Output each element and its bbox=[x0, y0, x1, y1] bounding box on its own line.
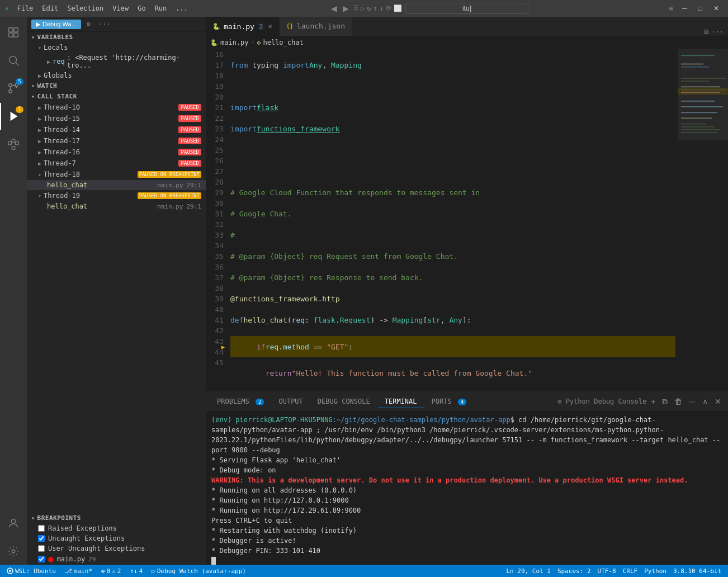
breadcrumb-file[interactable]: main.py bbox=[220, 39, 249, 46]
bp-raised-exceptions[interactable]: Raised Exceptions bbox=[27, 523, 206, 533]
debug-more-icon[interactable]: ··· bbox=[96, 19, 113, 29]
terminal-content[interactable]: (env) pierrick@LAPTOP-HKU5PNNG:~/git/goo… bbox=[206, 412, 728, 565]
status-python-version[interactable]: 3.8.10 64-bit bbox=[671, 567, 724, 575]
tab-output[interactable]: OUTPUT bbox=[272, 395, 309, 408]
terminal-line-4: WARNING: This is a development server. D… bbox=[211, 475, 722, 485]
breadcrumb-fn[interactable]: hello_chat bbox=[263, 39, 303, 46]
panel-kill[interactable]: 🗑 bbox=[672, 396, 684, 407]
watch-triangle: ▾ bbox=[31, 83, 35, 89]
code-line-21 bbox=[230, 166, 675, 177]
bp-main-py[interactable]: ● main.py 29 bbox=[27, 554, 206, 565]
bp-user-uncaught-checkbox[interactable] bbox=[38, 545, 45, 552]
globals-item[interactable]: ▶ Globals bbox=[27, 70, 206, 81]
menu-view[interactable]: View bbox=[109, 3, 132, 13]
panel-close[interactable]: ✕ bbox=[712, 396, 724, 407]
tab-problems[interactable]: PROBLEMS 2 bbox=[210, 395, 271, 408]
thread-19-frame-1[interactable]: hello_chat main.py 29:1 bbox=[27, 201, 206, 211]
status-encoding-label: UTF-8 bbox=[598, 567, 616, 575]
panel-split[interactable]: ⧉ bbox=[660, 396, 670, 408]
editor-split-icon[interactable]: ⧉ bbox=[704, 28, 709, 36]
forward-button[interactable]: ▶ bbox=[342, 3, 350, 14]
branch-icon: ⎇ bbox=[65, 567, 72, 575]
thread-16[interactable]: ▶ Thread-16 PAUSED bbox=[27, 146, 206, 158]
layout-icon[interactable]: ⊞ bbox=[667, 2, 675, 15]
status-sync[interactable]: ↑↓ 4 bbox=[127, 567, 145, 575]
variables-header[interactable]: ▾ Variables bbox=[27, 32, 206, 42]
tab-debug-console[interactable]: DEBUG CONSOLE bbox=[311, 395, 377, 408]
bp-main-py-checkbox[interactable] bbox=[38, 556, 45, 562]
status-spaces[interactable]: Spaces: 2 bbox=[555, 567, 593, 575]
menu-more[interactable]: ... bbox=[172, 3, 191, 13]
locals-item[interactable]: ▾ Locals bbox=[27, 42, 206, 53]
req-variable[interactable]: ▶ req : <Request 'http://charming-tro... bbox=[27, 53, 206, 70]
menu-file[interactable]: File bbox=[13, 3, 36, 13]
thread-18-name: Thread-18 bbox=[44, 171, 80, 178]
activity-accounts[interactable] bbox=[0, 510, 27, 537]
call-stack-label: Call Stack bbox=[37, 93, 77, 100]
editor-more-icon[interactable]: ··· bbox=[711, 28, 724, 36]
svg-rect-10 bbox=[13, 114, 15, 118]
menu-selection[interactable]: Selection bbox=[64, 3, 107, 13]
thread-10[interactable]: ▶ Thread-10 PAUSED bbox=[27, 102, 206, 113]
code-editor[interactable]: 16 17 18 19 20 21 22 23 24 25 26 27 28 2… bbox=[206, 49, 678, 391]
status-debug[interactable]: ▷ Debug Watch (avatar-app) bbox=[149, 567, 248, 575]
status-eol[interactable]: CRLF bbox=[621, 567, 640, 575]
status-eol-label: CRLF bbox=[623, 567, 638, 575]
status-cursor[interactable]: Ln 29, Col 1 bbox=[504, 567, 552, 575]
thread-19[interactable]: ▾ Thread-19 PAUSED ON BREAKPOINT bbox=[27, 190, 206, 201]
menu-run[interactable]: Run bbox=[152, 3, 171, 13]
sync-icon: ↑↓ bbox=[130, 567, 137, 575]
breakpoints-header[interactable]: ▾ Breakpoints bbox=[27, 513, 206, 523]
watch-header[interactable]: ▾ Watch bbox=[27, 81, 206, 91]
thread-18-frame-1[interactable]: hello_chat main.py 29:1 bbox=[27, 180, 206, 190]
menu-go[interactable]: Go bbox=[134, 3, 149, 13]
tab-launch-json[interactable]: {} launch.json bbox=[280, 17, 352, 36]
tab-main-py[interactable]: 🐍 main.py 2 ✕ bbox=[206, 17, 280, 36]
bp-user-uncaught-exceptions[interactable]: User Uncaught Exceptions bbox=[27, 543, 206, 554]
activity-source-control[interactable]: 5 bbox=[0, 75, 27, 102]
status-debug-label: Debug Watch (avatar-app) bbox=[157, 567, 246, 575]
activity-settings[interactable] bbox=[0, 538, 27, 565]
variables-section: ▾ Variables ▾ Locals ▶ req : <Request 'h… bbox=[27, 32, 206, 81]
bp-uncaught-exceptions[interactable]: Uncaught Exceptions bbox=[27, 533, 206, 543]
maximize-button[interactable]: □ bbox=[694, 2, 707, 15]
tab-main-py-close[interactable]: ✕ bbox=[268, 22, 272, 30]
thread-18-status: PAUSED ON BREAKPOINT bbox=[138, 171, 201, 178]
thread-14[interactable]: ▶ Thread-14 PAUSED bbox=[27, 124, 206, 135]
tab-ports[interactable]: PORTS 4 bbox=[425, 395, 474, 408]
bp-uncaught-checkbox[interactable] bbox=[38, 535, 45, 542]
panel-maximize[interactable]: ∧ bbox=[700, 396, 710, 407]
thread-18[interactable]: ▾ Thread-18 PAUSED ON BREAKPOINT bbox=[27, 169, 206, 180]
debug-settings-icon[interactable]: ⚙ bbox=[84, 19, 93, 29]
status-branch[interactable]: ⎇ main* bbox=[63, 567, 94, 575]
minimize-button[interactable]: ─ bbox=[678, 2, 692, 15]
bp-raised-checkbox[interactable] bbox=[38, 525, 45, 532]
svg-rect-0 bbox=[9, 28, 13, 32]
run-debug-button[interactable]: ▶ Debug Wa... bbox=[31, 20, 81, 29]
activity-extensions[interactable] bbox=[0, 131, 27, 158]
activity-search[interactable] bbox=[0, 47, 27, 74]
status-language[interactable]: Python bbox=[642, 567, 669, 575]
search-input[interactable] bbox=[405, 3, 528, 14]
status-errors[interactable]: ⊗ 0 ⚠ 2 bbox=[99, 567, 124, 575]
status-encoding[interactable]: UTF-8 bbox=[595, 567, 618, 575]
close-button[interactable]: ✕ bbox=[709, 2, 724, 15]
panel-add-terminal[interactable]: + bbox=[649, 396, 658, 407]
menu-edit[interactable]: Edit bbox=[39, 3, 62, 13]
thread-15[interactable]: ▶ Thread-15 PAUSED bbox=[27, 113, 206, 124]
svg-rect-1 bbox=[14, 28, 18, 32]
thread-7[interactable]: ▶ Thread-7 PAUSED bbox=[27, 158, 206, 169]
back-button[interactable]: ◀ bbox=[330, 3, 338, 14]
activity-explorer[interactable] bbox=[0, 19, 27, 46]
svg-rect-14 bbox=[12, 146, 15, 150]
tab-terminal[interactable]: TERMINAL bbox=[378, 395, 424, 408]
terminal-label: ⚙ Python Debug Console bbox=[557, 398, 646, 405]
activity-run-debug[interactable]: 1 bbox=[0, 103, 27, 130]
call-stack-header[interactable]: ▾ Call Stack bbox=[27, 91, 206, 102]
panel-more[interactable]: ··· bbox=[687, 396, 698, 407]
editor-area: 🐍 main.py 2 ✕ {} launch.json ⧉ ··· 🐍 mai… bbox=[206, 17, 728, 565]
status-spaces-label: Spaces: 2 bbox=[557, 567, 591, 575]
svg-point-15 bbox=[11, 519, 15, 523]
status-wsl[interactable]: WSL: Ubuntu bbox=[4, 567, 58, 575]
thread-17[interactable]: ▶ Thread-17 PAUSED bbox=[27, 135, 206, 146]
